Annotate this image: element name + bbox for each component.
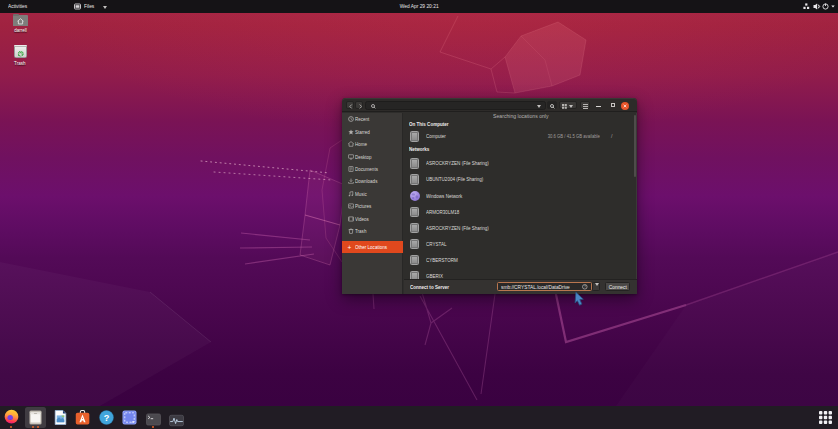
svg-text:?: ? [104, 412, 110, 422]
